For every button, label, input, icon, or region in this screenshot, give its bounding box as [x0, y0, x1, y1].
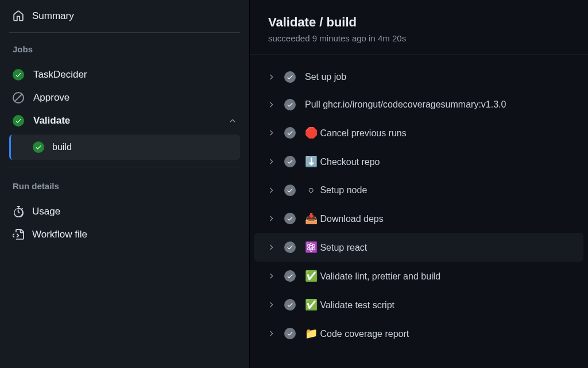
chevron-right-icon — [267, 272, 275, 280]
success-icon — [13, 69, 24, 80]
step-row[interactable]: 🛑 Cancel previous runs — [254, 118, 583, 147]
job-item-validate[interactable]: Validate — [9, 109, 240, 132]
success-icon — [284, 127, 296, 139]
detail-item-workflow-file[interactable]: Workflow file — [9, 223, 240, 246]
steps-list: Set up jobPull ghcr.io/irongut/codecover… — [250, 55, 588, 356]
success-icon — [284, 328, 296, 339]
step-row[interactable]: Pull ghcr.io/irongut/codecoveragesummary… — [254, 91, 583, 118]
step-emoji: ✅ — [305, 270, 318, 282]
step-row[interactable]: 📁 Code coverage report — [254, 319, 583, 348]
step-emoji: ○ — [305, 184, 318, 196]
step-emoji: 📁 — [305, 327, 318, 340]
chevron-right-icon — [267, 101, 275, 109]
chevron-right-icon — [267, 158, 275, 166]
step-row[interactable]: ✅ Validate lint, prettier and build — [254, 262, 583, 290]
page-subtitle: succeeded 9 minutes ago in 4m 20s — [268, 33, 570, 43]
run-details-title: Run details — [9, 181, 240, 200]
step-label: Set up job — [305, 72, 346, 82]
divider — [9, 167, 240, 167]
step-label: ○ Setup node — [305, 184, 367, 196]
page-title: Validate / build — [268, 15, 570, 30]
step-label: ⚛️ Setup react — [305, 241, 367, 254]
chevron-right-icon — [267, 301, 275, 309]
main-content: Validate / build succeeded 9 minutes ago… — [250, 0, 588, 368]
step-label: ⬇️ Checkout repo — [305, 155, 380, 168]
step-row[interactable]: ⬇️ Checkout repo — [254, 147, 583, 176]
chevron-right-icon — [267, 329, 275, 338]
step-emoji: 🛑 — [305, 126, 318, 139]
job-item-taskdecider[interactable]: TaskDecider — [9, 63, 240, 86]
step-row[interactable]: 📥 Download deps — [254, 204, 583, 233]
step-row[interactable]: ○ Setup node — [254, 176, 583, 204]
detail-label: Usage — [32, 206, 60, 217]
success-icon — [284, 299, 296, 310]
step-row[interactable]: ✅ Validate test script — [254, 290, 583, 319]
home-icon — [13, 10, 24, 22]
main-header: Validate / build succeeded 9 minutes ago… — [250, 0, 588, 55]
summary-nav[interactable]: Summary — [9, 5, 240, 33]
stopwatch-icon — [13, 206, 24, 217]
detail-item-usage[interactable]: Usage — [9, 200, 240, 223]
step-emoji: 📥 — [305, 212, 318, 225]
sidebar: Summary Jobs TaskDecider Approve Validat… — [0, 0, 250, 368]
success-icon — [33, 141, 44, 153]
chevron-right-icon — [267, 129, 275, 137]
step-label: Pull ghcr.io/irongut/codecoveragesummary… — [305, 99, 506, 110]
detail-label: Workflow file — [32, 229, 87, 240]
job-item-approve[interactable]: Approve — [9, 86, 240, 109]
step-label: 📁 Code coverage report — [305, 327, 409, 340]
success-icon — [284, 99, 296, 110]
chevron-right-icon — [267, 186, 275, 194]
success-icon — [13, 115, 24, 126]
step-emoji: ⚛️ — [305, 241, 318, 254]
step-row[interactable]: ⚛️ Setup react — [254, 233, 583, 262]
chevron-right-icon — [267, 243, 275, 251]
success-icon — [284, 270, 296, 282]
job-label: TaskDecider — [33, 69, 237, 80]
step-label: ✅ Validate lint, prettier and build — [305, 270, 440, 282]
success-icon — [284, 241, 296, 253]
step-label: ✅ Validate test script — [305, 298, 394, 311]
chevron-up-icon — [229, 117, 237, 125]
jobs-section-title: Jobs — [9, 44, 240, 63]
chevron-right-icon — [267, 73, 275, 81]
skipped-icon — [13, 92, 24, 103]
success-icon — [284, 71, 296, 83]
job-label: Validate — [33, 115, 219, 126]
chevron-right-icon — [267, 214, 275, 223]
nested-job-label: build — [52, 142, 72, 152]
step-row[interactable]: Set up job — [254, 63, 583, 91]
nested-job-build[interactable]: build — [9, 135, 240, 160]
success-icon — [284, 156, 296, 167]
success-icon — [284, 185, 296, 196]
step-label: 📥 Download deps — [305, 212, 384, 225]
success-icon — [284, 213, 296, 224]
step-emoji: ✅ — [305, 298, 318, 311]
file-code-icon — [13, 229, 24, 240]
step-emoji: ⬇️ — [305, 155, 318, 168]
summary-label: Summary — [32, 10, 74, 22]
step-label: 🛑 Cancel previous runs — [305, 126, 407, 139]
job-label: Approve — [33, 92, 237, 103]
